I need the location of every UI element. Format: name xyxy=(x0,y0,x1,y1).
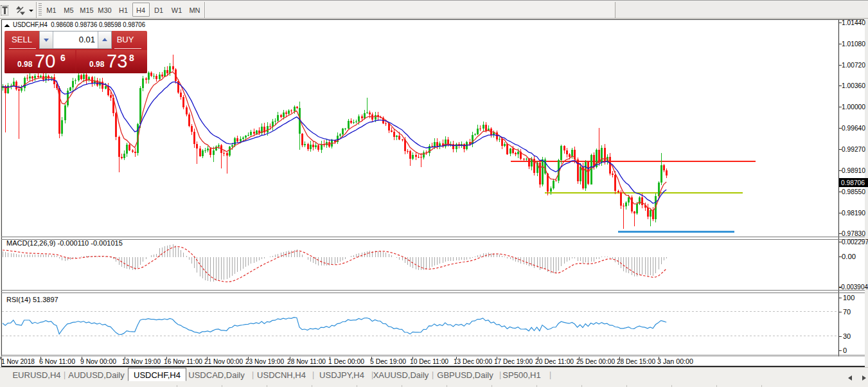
svg-text:30: 30 xyxy=(843,332,851,340)
svg-text:25 Dec 00:00: 25 Dec 00:00 xyxy=(576,357,615,365)
svg-text:0.97830: 0.97830 xyxy=(842,230,865,237)
svg-text:1.01440: 1.01440 xyxy=(842,19,865,26)
svg-text:17 Dec 19:00: 17 Dec 19:00 xyxy=(494,357,533,365)
svg-text:16 Nov 11:00: 16 Nov 11:00 xyxy=(164,357,202,365)
svg-text:MACD(12,26,9) -0.000110 -0.001: MACD(12,26,9) -0.000110 -0.001015 xyxy=(6,239,123,247)
svg-text:0.98706: 0.98706 xyxy=(841,179,865,186)
svg-text:5 Dec 19:00: 5 Dec 19:00 xyxy=(370,357,406,365)
svg-text:28 Nov 11:00: 28 Nov 11:00 xyxy=(287,357,326,365)
svg-text:28 Dec 15:00: 28 Dec 15:00 xyxy=(617,357,655,365)
svg-text:0.98190: 0.98190 xyxy=(842,209,865,217)
svg-text:23 Nov 19:00: 23 Nov 19:00 xyxy=(245,357,284,365)
svg-text:1.00720: 1.00720 xyxy=(842,61,865,69)
svg-text:0.00: 0.00 xyxy=(842,253,856,260)
svg-text:1 Dec 00:00: 1 Dec 00:00 xyxy=(328,357,364,365)
svg-text:21 Nov 00:00: 21 Nov 00:00 xyxy=(204,357,243,365)
svg-text:10 Dec 11:00: 10 Dec 11:00 xyxy=(410,357,448,365)
svg-text:70: 70 xyxy=(843,308,851,316)
svg-text:USDCHF,H4 0.98608 0.98736 0.9: USDCHF,H4 0.98608 0.98736 0.98598 0.9870… xyxy=(13,21,145,28)
svg-text:1.00000: 1.00000 xyxy=(842,103,865,111)
svg-text:0: 0 xyxy=(843,346,847,354)
svg-text:0.98910: 0.98910 xyxy=(842,166,865,174)
svg-text:20 Dec 11:00: 20 Dec 11:00 xyxy=(535,357,574,365)
svg-text:13 Dec 00:00: 13 Dec 00:00 xyxy=(454,357,492,365)
svg-text:6 Nov 11:00: 6 Nov 11:00 xyxy=(39,357,75,365)
svg-text:1.00360: 1.00360 xyxy=(842,82,865,89)
svg-text:-0.003904: -0.003904 xyxy=(839,283,868,291)
svg-text:3 Jan 00:00: 3 Jan 00:00 xyxy=(657,357,693,365)
svg-text:100: 100 xyxy=(843,294,855,302)
svg-text:1 Nov 2018: 1 Nov 2018 xyxy=(1,357,35,365)
svg-text:0.99270: 0.99270 xyxy=(842,145,865,153)
svg-text:0.98550: 0.98550 xyxy=(842,188,865,195)
svg-text:0.99640: 0.99640 xyxy=(842,124,865,132)
svg-text:9 Nov 00:00: 9 Nov 00:00 xyxy=(80,357,116,365)
svg-text:RSI(14) 51.3897: RSI(14) 51.3897 xyxy=(6,296,58,303)
svg-text:13 Nov 19:00: 13 Nov 19:00 xyxy=(122,357,161,365)
svg-text:0.002297: 0.002297 xyxy=(842,238,868,246)
svg-text:1.01080: 1.01080 xyxy=(842,40,865,48)
